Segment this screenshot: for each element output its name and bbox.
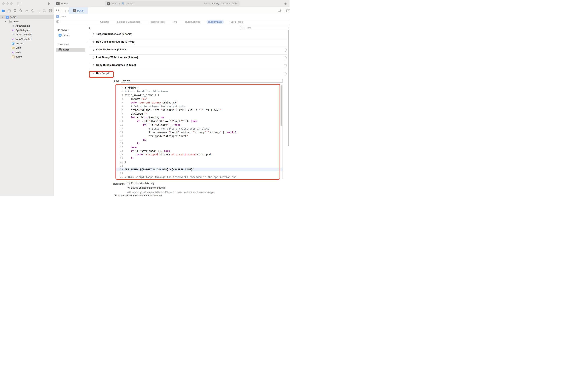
tab-resource-tags[interactable]: Resource Tags bbox=[147, 20, 166, 24]
tab-build-settings[interactable]: Build Settings bbox=[184, 20, 202, 24]
delete-run-script-icon[interactable] bbox=[284, 72, 287, 75]
hide-document-items-icon[interactable] bbox=[56, 20, 59, 23]
build-phases-content: PROJECT A demo TARGETS A demo + F bbox=[54, 24, 290, 196]
navigator-item-viewcontroller-4[interactable]: hViewController bbox=[0, 32, 54, 37]
zoom-window-button[interactable] bbox=[10, 2, 12, 5]
code-line: 6 # Get architectures for current file bbox=[116, 104, 279, 108]
code-line: 25# This script loops through the framew… bbox=[116, 175, 279, 179]
back-button[interactable]: ‹ bbox=[65, 9, 66, 12]
code-line: 4 binary="$1" bbox=[116, 97, 279, 101]
line-number: 23 bbox=[116, 168, 123, 171]
find-navigator-icon[interactable] bbox=[19, 9, 22, 12]
tab-label: demo bbox=[77, 9, 83, 12]
checkbox-checked[interactable]: ✓ bbox=[127, 187, 130, 189]
dependency-analysis-option[interactable]: ✓ Based on dependency analysis bbox=[127, 187, 165, 189]
phase-section-run-build-tool-plug-ins-items[interactable]: ❯Run Build Tool Plug-ins (0 items) bbox=[93, 40, 135, 43]
tab-overview-icon[interactable] bbox=[56, 9, 59, 12]
line-number: 5 bbox=[116, 101, 123, 104]
tab-general[interactable]: General bbox=[98, 20, 111, 24]
debug-navigator-icon[interactable] bbox=[37, 9, 40, 12]
section-divider bbox=[89, 47, 287, 47]
targets-header: TARGETS bbox=[58, 43, 69, 46]
code-line: 12 # Strip non-valid architectures in-pl… bbox=[116, 127, 279, 131]
code-line: 16 fi bbox=[116, 142, 279, 145]
target-icon: A bbox=[59, 48, 62, 51]
project-header: PROJECT bbox=[58, 29, 69, 31]
minimize-window-button[interactable] bbox=[6, 2, 8, 5]
navigator-item-demo-1[interactable]: ▼demo bbox=[0, 19, 54, 24]
run-script-section-header[interactable]: ▼ Run Script bbox=[93, 72, 109, 75]
code-text: binary="$1" bbox=[125, 97, 147, 100]
phase-section-title: Copy Bundle Resources (2 items) bbox=[96, 64, 136, 66]
phase-section-target-dependencies-items[interactable]: ❯Target Dependencies (0 items) bbox=[93, 33, 132, 35]
disclosure-chevron-icon[interactable]: ▼ bbox=[4, 20, 6, 22]
scheme-project[interactable]: demo bbox=[111, 2, 117, 5]
titlebar: A demo A demo ❯ My Mac demo: Ready | Tod… bbox=[0, 0, 290, 7]
checkbox-unchecked[interactable] bbox=[127, 182, 130, 185]
delete-phase-icon[interactable] bbox=[284, 56, 287, 59]
disclosure-chevron-icon[interactable]: ▼ bbox=[1, 16, 3, 18]
navigator-item-appdelegate-2[interactable]: hAppDelegate bbox=[0, 24, 54, 28]
breakpoint-navigator-icon[interactable] bbox=[43, 9, 46, 12]
navigator-item-demo-0[interactable]: ▼Ademo bbox=[0, 15, 54, 19]
tab-demo[interactable]: A demo bbox=[69, 7, 88, 14]
line-number: 1 bbox=[116, 86, 123, 89]
phase-section-copy-bundle-resources-items[interactable]: ❯Copy Bundle Resources (2 items) bbox=[93, 64, 136, 66]
storyboard-file-icon bbox=[11, 46, 15, 50]
delete-phase-icon[interactable] bbox=[284, 48, 287, 52]
navigator-item-assets-6[interactable]: Assets bbox=[0, 41, 54, 46]
swap-editor-icon[interactable] bbox=[278, 9, 282, 12]
issue-navigator-icon[interactable] bbox=[25, 9, 28, 12]
chevron-right-icon: ❯ bbox=[93, 56, 94, 59]
filter-field[interactable]: Filter bbox=[240, 26, 289, 30]
jumpbar-label: demo bbox=[61, 15, 67, 18]
jumpbar-file-icon: A bbox=[56, 15, 59, 18]
report-navigator-icon[interactable] bbox=[49, 9, 52, 12]
code-line: 18 if [[ "$stripped" ]]; then bbox=[116, 149, 279, 153]
scheme-selector[interactable]: A demo ❯ My Mac demo: Ready | Today at 1… bbox=[105, 1, 239, 6]
test-navigator-icon[interactable] bbox=[31, 9, 34, 12]
project-row[interactable]: A demo bbox=[59, 34, 69, 37]
toggle-navigator-icon[interactable] bbox=[17, 2, 21, 5]
close-window-button[interactable] bbox=[2, 2, 4, 5]
bookmark-navigator-icon[interactable] bbox=[13, 9, 17, 12]
script-editor[interactable]: 1#!/bin/sh2# Strip invalid architectures… bbox=[116, 85, 283, 179]
jump-bar[interactable]: A demo bbox=[54, 14, 290, 19]
folder-file-icon bbox=[9, 20, 12, 23]
delete-phase-icon[interactable] bbox=[284, 64, 287, 67]
source-control-navigator-icon[interactable] bbox=[7, 9, 11, 12]
phase-section-link-binary-with-libraries-items[interactable]: ❯Link Binary With Libraries (0 items) bbox=[93, 56, 138, 59]
filter-icon bbox=[242, 27, 244, 29]
run-button[interactable] bbox=[47, 2, 51, 5]
h-file-icon: h bbox=[11, 33, 15, 36]
code-line: 11 if [ -f "$binary" ]; then bbox=[116, 123, 279, 127]
add-editor-icon[interactable] bbox=[286, 9, 290, 12]
project-navigator-icon[interactable] bbox=[1, 9, 5, 12]
navigator-item-label: demo bbox=[13, 20, 19, 23]
navigator-item-main-7[interactable]: Main bbox=[0, 46, 54, 50]
target-row[interactable]: A demo bbox=[59, 48, 69, 51]
line-number: 7 bbox=[116, 109, 123, 111]
shell-field[interactable]: /bin/sh bbox=[121, 79, 283, 83]
show-env-vars-option[interactable]: ✓ Show environment variables in build lo… bbox=[114, 194, 162, 196]
script-editor-scrollbar[interactable] bbox=[281, 85, 282, 126]
code-line: 13 lipo -remove "$arch" -output "$binary… bbox=[116, 130, 279, 134]
tab-build-rules[interactable]: Build Rules bbox=[229, 20, 244, 24]
add-build-phase-button[interactable]: + bbox=[88, 26, 91, 30]
tab-build-phases[interactable]: Build Phases bbox=[207, 20, 224, 24]
install-builds-only-option[interactable]: For install builds only bbox=[127, 182, 154, 185]
navigator-item-viewcontroller-5[interactable]: mViewController bbox=[0, 37, 54, 41]
new-tab-button[interactable]: + bbox=[284, 1, 287, 6]
status-time: Today at 12:18 bbox=[221, 2, 237, 5]
phase-section-compile-sources-items[interactable]: ❯Compile Sources (3 items) bbox=[93, 48, 127, 51]
scheme-destination[interactable]: My Mac bbox=[126, 2, 134, 5]
tab-info[interactable]: Info bbox=[171, 20, 179, 24]
navigator-item-demo-9[interactable]: demo bbox=[0, 55, 54, 59]
h-file-icon: h bbox=[11, 24, 15, 27]
navigator-item-appdelegate-3[interactable]: mAppDelegate bbox=[0, 28, 54, 32]
checkbox-checked[interactable]: ✓ bbox=[114, 195, 117, 196]
tab-signing-capabilities[interactable]: Signing & Capabilities bbox=[115, 20, 142, 24]
navigator-item-main-8[interactable]: mmain bbox=[0, 50, 54, 55]
section-divider bbox=[89, 54, 287, 55]
window-scrollbar[interactable] bbox=[288, 30, 289, 146]
